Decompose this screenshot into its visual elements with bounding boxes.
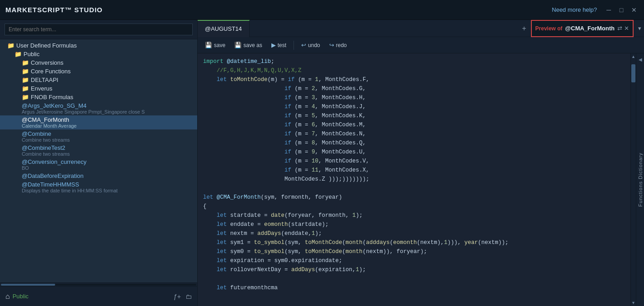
hscroll-track — [1, 284, 196, 286]
redo-label: redo — [336, 42, 347, 48]
item-label-datetime-hhmmss: @DateTimeHHMMSS — [22, 181, 118, 188]
folder-icon-conversions: 📁 — [22, 59, 29, 66]
item-label-combine: @Combine — [22, 130, 70, 137]
folder-label-core-functions: Core Functions — [31, 68, 71, 75]
sidebar-hscrollbar[interactable] — [0, 282, 197, 286]
functions-dictionary-label: Functions Dictionary — [638, 153, 643, 207]
folder-label-public: Public — [24, 51, 39, 57]
sidebar-bottom: ⌂ Public ƒ+ 🗀 — [0, 286, 197, 306]
folder-icon-fnob: 📁 — [22, 94, 29, 100]
undo-button[interactable]: ↩ undo — [298, 40, 324, 50]
tree-folder-deltaapi[interactable]: 📁 DELTAAPI — [0, 76, 197, 84]
folder-icon-core-functions: 📁 — [22, 68, 29, 75]
folder-label-user-defined: User Defined Formulas — [16, 42, 77, 49]
search-input[interactable] — [5, 24, 193, 35]
minimize-button[interactable]: ─ — [604, 6, 613, 14]
title-right: Need more help? ─ □ ✕ — [552, 6, 639, 14]
preview-swap-button[interactable]: ⇄ — [617, 25, 622, 32]
tab-label-august14: @AUGUST14 — [205, 25, 242, 32]
tree-folder-public[interactable]: 📁 Public — [0, 50, 197, 58]
tree-folder-enverus[interactable]: 📁 Enverus — [0, 84, 197, 93]
close-button[interactable]: ✕ — [630, 6, 639, 14]
tab-bar: @AUGUST14 + Preview of @CMA_ForMonth ⇄ ✕… — [198, 20, 644, 37]
list-item-conversion-currency[interactable]: @Conversion_currenecy BO — [0, 158, 197, 172]
tab-august14[interactable]: @AUGUST14 — [198, 20, 250, 37]
toolbar: 💾 save 💾 save as ▶ test ↩ undo ↪ redo — [198, 37, 644, 53]
folder-label-deltaapi: DELTAAPI — [31, 76, 58, 83]
save-as-icon: 💾 — [234, 42, 242, 48]
search-bar — [0, 20, 197, 39]
preview-tab: Preview of @CMA_ForMonth ⇄ ✕ — [531, 20, 634, 37]
new-formula-button[interactable]: ƒ+ — [174, 293, 181, 300]
add-folder-button[interactable]: 🗀 — [185, 293, 192, 300]
folder-icon: 📁 — [7, 42, 14, 49]
vscrollbar[interactable]: ▲ ▼ — [630, 53, 636, 306]
editor-area: @AUGUST14 + Preview of @CMA_ForMonth ⇄ ✕… — [198, 20, 644, 306]
vscroll-thumb[interactable] — [631, 64, 635, 82]
vscroll-track — [631, 60, 636, 300]
tree-folder-fnob[interactable]: 📁 FNOB Formulas — [0, 93, 197, 101]
add-tab-button[interactable]: + — [517, 20, 530, 37]
undo-label: undo — [308, 42, 320, 48]
folder-label-conversions: Conversions — [31, 59, 63, 66]
item-desc-cma-formonth: Calendar Month Average — [22, 123, 77, 129]
folder-icon-deltaapi: 📁 — [22, 76, 29, 83]
save-icon: 💾 — [205, 42, 212, 48]
preview-label: Preview of — [535, 25, 563, 32]
folder-icon-public: 📁 — [14, 51, 22, 57]
tree-folder-conversions[interactable]: 📁 Conversions — [0, 58, 197, 67]
item-label-data-before-expiration: @DataBeforeExpiration — [22, 172, 84, 179]
tab-overflow-button[interactable]: ▾ — [635, 20, 644, 37]
right-sidebar-arrow: ◀ — [639, 57, 642, 62]
item-desc-combinetest2: Combine two streams — [22, 151, 70, 157]
list-item-combinetest2[interactable]: @CombineTest2 Combine two streams — [0, 143, 197, 158]
maximize-button[interactable]: □ — [617, 6, 626, 14]
home-icon[interactable]: ⌂ — [5, 292, 10, 301]
save-as-button[interactable]: 💾 save as — [231, 40, 265, 50]
help-link[interactable]: Need more help? — [552, 6, 597, 13]
toolbar-separator-1 — [294, 41, 294, 50]
vscroll-down[interactable]: ▼ — [631, 300, 636, 306]
tree-area: 📁 User Defined Formulas 📁 Public 📁 Conve… — [0, 39, 197, 282]
test-label: test — [278, 42, 286, 48]
item-label-combinetest2: @CombineTest2 — [22, 144, 70, 151]
redo-button[interactable]: ↪ redo — [326, 40, 350, 50]
app-title: MARKETSCRIPT™ STUDIO — [5, 6, 103, 14]
tree-folder-core-functions[interactable]: 📁 Core Functions — [0, 67, 197, 76]
title-bar: MARKETSCRIPT™ STUDIO Need more help? ─ □… — [0, 0, 644, 20]
item-label-args-jetkero: @Args_JetKero_SG_M4 — [22, 102, 145, 109]
hscroll-thumb[interactable] — [1, 284, 55, 286]
save-button[interactable]: 💾 save — [201, 40, 229, 50]
preview-name: @CMA_ForMonth — [565, 25, 615, 32]
tree-folder-user-defined[interactable]: 📁 User Defined Formulas — [0, 41, 197, 50]
functions-dictionary-panel[interactable]: ◀ Functions Dictionary — [636, 53, 644, 306]
code-scroll[interactable]: import @datetime_lib; //F,G,H,J,K,M,N,Q,… — [198, 53, 630, 306]
list-item-datetime-hhmmss[interactable]: @DateTimeHHMMSS Displays the date time i… — [0, 180, 197, 194]
list-item-data-before-expiration[interactable]: @DataBeforeExpiration — [0, 172, 197, 180]
main-layout: 📁 User Defined Formulas 📁 Public 📁 Conve… — [0, 20, 644, 306]
code-area: import @datetime_lib; //F,G,H,J,K,M,N,Q,… — [198, 53, 644, 306]
redo-icon: ↪ — [329, 42, 334, 48]
test-icon: ▶ — [271, 42, 276, 48]
sidebar: 📁 User Defined Formulas 📁 Public 📁 Conve… — [0, 20, 198, 306]
item-desc-datetime-hhmmss: Displays the date time in HH:MM:SS forma… — [22, 188, 118, 193]
list-item-args-jetkero[interactable]: @Args_JetKero_SG_M4 Argus Jet/kerosine S… — [0, 101, 197, 115]
save-label: save — [214, 42, 225, 48]
window-controls: ─ □ ✕ — [604, 6, 639, 14]
item-desc-args-jetkero: Argus Jet/kerosine Singapore Prmpt_Singa… — [22, 109, 145, 115]
item-desc-conversion-currency: BO — [22, 165, 86, 171]
list-item-cma-formonth[interactable]: @CMA_ForMonth Calendar Month Average — [0, 115, 197, 129]
list-item-combine[interactable]: @Combine Combine two streams — [0, 129, 197, 143]
public-label: Public — [13, 293, 28, 300]
folder-label-fnob: FNOB Formulas — [31, 94, 73, 100]
vscroll-up[interactable]: ▲ — [631, 53, 636, 60]
item-label-cma-formonth: @CMA_ForMonth — [22, 116, 77, 123]
folder-icon-enverus: 📁 — [22, 85, 29, 92]
save-as-label: save as — [243, 42, 262, 48]
folder-label-enverus: Enverus — [31, 85, 52, 92]
undo-icon: ↩ — [301, 42, 306, 48]
test-button[interactable]: ▶ test — [268, 40, 290, 50]
item-label-conversion-currency: @Conversion_currenecy — [22, 158, 86, 165]
code-content[interactable]: import @datetime_lib; //F,G,H,J,K,M,N,Q,… — [203, 57, 625, 301]
preview-close-button[interactable]: ✕ — [624, 25, 629, 32]
